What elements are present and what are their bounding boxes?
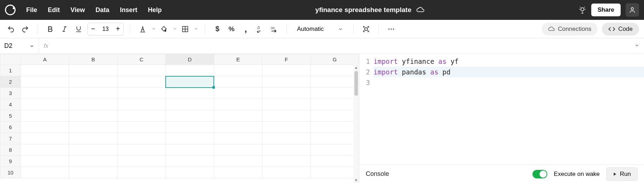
row-header[interactable]: 2 (0, 76, 21, 88)
cell[interactable] (69, 167, 117, 178)
cell[interactable] (262, 76, 310, 88)
cell[interactable] (310, 122, 359, 133)
percent-format-button[interactable]: % (226, 23, 238, 35)
cell[interactable] (166, 65, 214, 76)
cell[interactable] (69, 156, 117, 167)
font-size-decrease[interactable]: − (88, 25, 98, 33)
cell[interactable] (166, 88, 214, 99)
cell[interactable] (214, 144, 262, 156)
text-color-button[interactable] (137, 23, 149, 35)
cell[interactable] (21, 156, 69, 167)
bold-button[interactable] (44, 23, 56, 35)
cell[interactable] (21, 122, 69, 133)
cell[interactable] (310, 144, 359, 156)
cell[interactable] (262, 144, 310, 156)
cell[interactable] (262, 167, 310, 178)
cell[interactable] (21, 99, 69, 110)
expand-cells-button[interactable] (360, 23, 372, 35)
row-header[interactable]: 1 (0, 65, 21, 76)
menu-edit[interactable]: Edit (48, 6, 60, 14)
cell[interactable] (117, 133, 165, 144)
cell[interactable] (21, 65, 69, 76)
formula-bar-toggle[interactable] (630, 43, 644, 49)
cell[interactable] (262, 99, 310, 110)
spreadsheet-grid[interactable]: ABCDEFG 12345678910 (0, 54, 359, 178)
increase-decimal-button[interactable]: .00 (268, 23, 280, 35)
cell[interactable] (69, 122, 117, 133)
code-toggle-button[interactable]: Code (602, 23, 639, 35)
corner-cell[interactable] (0, 54, 21, 65)
cell[interactable] (69, 144, 117, 156)
cell[interactable] (166, 122, 214, 133)
text-color-chevron-icon[interactable] (152, 26, 156, 32)
cell[interactable] (69, 88, 117, 99)
cell[interactable] (166, 133, 214, 144)
italic-button[interactable] (58, 23, 70, 35)
cell[interactable] (310, 110, 359, 122)
lightbulb-icon[interactable] (579, 6, 586, 14)
cell[interactable] (262, 88, 310, 99)
console-label[interactable]: Console (366, 170, 389, 178)
execute-on-wake-toggle[interactable] (532, 170, 547, 178)
menu-insert[interactable]: Insert (120, 6, 137, 14)
row-header[interactable]: 3 (0, 88, 21, 99)
cell[interactable] (214, 76, 262, 88)
column-header[interactable]: F (262, 54, 310, 65)
row-header[interactable]: 6 (0, 122, 21, 133)
column-header[interactable]: A (21, 54, 69, 65)
row-header[interactable]: 10 (0, 167, 21, 178)
cell[interactable] (166, 167, 214, 178)
cell[interactable] (310, 76, 359, 88)
cell[interactable] (117, 144, 165, 156)
fill-color-chevron-icon[interactable] (173, 26, 177, 32)
connections-button[interactable]: Connections (542, 23, 598, 35)
column-header[interactable]: B (69, 54, 117, 65)
code-line[interactable] (374, 77, 644, 88)
cell[interactable] (310, 88, 359, 99)
scroll-down-arrow-icon[interactable]: ▼ (354, 177, 358, 183)
borders-chevron-icon[interactable] (194, 26, 198, 32)
row-header[interactable]: 8 (0, 144, 21, 156)
cell[interactable] (214, 122, 262, 133)
code-line[interactable]: import yfinance as yf (374, 56, 644, 67)
menu-data[interactable]: Data (96, 6, 109, 14)
menu-help[interactable]: Help (148, 6, 162, 14)
cell[interactable] (21, 167, 69, 178)
cell[interactable] (166, 76, 214, 88)
underline-button[interactable] (73, 23, 85, 35)
cell[interactable] (310, 65, 359, 76)
cloud-sync-icon[interactable] (416, 6, 425, 14)
column-header[interactable]: D (166, 54, 214, 65)
column-header[interactable]: C (117, 54, 165, 65)
cell[interactable] (214, 65, 262, 76)
cell[interactable] (166, 110, 214, 122)
column-header[interactable]: G (310, 54, 359, 65)
cell[interactable] (21, 133, 69, 144)
cell[interactable] (214, 99, 262, 110)
cell[interactable] (69, 110, 117, 122)
cell[interactable] (117, 122, 165, 133)
cell[interactable] (69, 99, 117, 110)
cell[interactable] (310, 167, 359, 178)
column-header[interactable]: E (214, 54, 262, 65)
cell[interactable] (21, 144, 69, 156)
row-header[interactable]: 7 (0, 133, 21, 144)
cell[interactable] (117, 110, 165, 122)
cell[interactable] (262, 156, 310, 167)
cell[interactable] (21, 88, 69, 99)
cell[interactable] (166, 99, 214, 110)
scroll-up-arrow-icon[interactable]: ▲ (354, 65, 358, 70)
cell[interactable] (310, 99, 359, 110)
run-button[interactable]: Run (606, 167, 638, 181)
cell[interactable] (21, 110, 69, 122)
menu-view[interactable]: View (70, 6, 85, 14)
code-line[interactable]: import pandas as pd (374, 67, 644, 77)
document-title[interactable]: yfinance spreadshee template (315, 6, 411, 14)
cell[interactable] (214, 88, 262, 99)
menu-file[interactable]: File (26, 6, 37, 14)
decrease-decimal-button[interactable]: .0 (254, 23, 266, 35)
comma-format-button[interactable]: , (240, 23, 252, 35)
cell[interactable] (214, 133, 262, 144)
number-format-select[interactable]: Automatic (293, 24, 347, 34)
cell[interactable] (166, 144, 214, 156)
